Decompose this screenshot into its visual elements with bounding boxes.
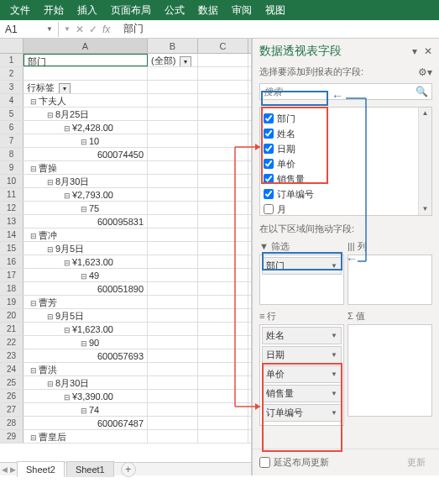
scroll-down-icon[interactable]: ▼ xyxy=(419,203,431,215)
cell[interactable] xyxy=(198,81,248,93)
zone-item[interactable]: 销售量▼ xyxy=(262,385,342,402)
cell[interactable] xyxy=(148,215,198,228)
zone-item-dropdown-icon[interactable]: ▼ xyxy=(331,332,337,339)
cell[interactable] xyxy=(148,121,198,134)
cell[interactable] xyxy=(198,309,248,322)
row-header[interactable]: 22 xyxy=(0,336,24,349)
field-item[interactable]: 月 xyxy=(264,202,428,217)
row-header[interactable]: 15 xyxy=(0,242,24,255)
cell[interactable]: ⊟卞夫人 xyxy=(24,94,148,107)
panel-dropdown-icon[interactable]: ▾ xyxy=(412,45,417,57)
name-box[interactable]: A1 ▼ xyxy=(0,22,59,37)
collapse-icon[interactable]: ⊟ xyxy=(64,393,71,402)
row-header[interactable]: 16 xyxy=(0,255,24,268)
row-header[interactable]: 26 xyxy=(0,390,24,402)
add-sheet-button[interactable]: + xyxy=(121,462,136,477)
formula-bar[interactable]: ▼ ✕ ✓ fx 部门 xyxy=(59,22,149,36)
row-header[interactable]: 13 xyxy=(0,215,24,228)
cell[interactable] xyxy=(148,108,198,120)
cell[interactable] xyxy=(198,148,248,160)
row-header[interactable]: 4 xyxy=(0,94,24,107)
tab-view[interactable]: 视图 xyxy=(259,0,292,21)
collapse-icon[interactable]: ⊟ xyxy=(47,111,54,119)
cell[interactable] xyxy=(148,349,198,362)
cell[interactable]: ⊟¥2,793.00 xyxy=(24,188,148,201)
collapse-icon[interactable]: ⊟ xyxy=(81,272,87,281)
tab-insert[interactable]: 插入 xyxy=(71,0,104,21)
cell[interactable] xyxy=(148,148,198,160)
cell[interactable] xyxy=(148,417,198,429)
cell[interactable]: ⊟曹芳 xyxy=(24,296,148,308)
cell[interactable] xyxy=(148,81,198,93)
cell[interactable]: ⊟8月30日 xyxy=(24,175,148,187)
cell[interactable]: 600095831 xyxy=(24,215,148,228)
cell[interactable] xyxy=(148,309,198,322)
collapse-icon[interactable]: ⊟ xyxy=(47,245,54,254)
zone-item-dropdown-icon[interactable]: ▼ xyxy=(331,390,337,397)
cell[interactable] xyxy=(198,108,248,120)
row-header[interactable]: 27 xyxy=(0,403,24,416)
defer-layout-checkbox[interactable]: 延迟布局更新 xyxy=(259,456,329,469)
collapse-icon[interactable]: ⊟ xyxy=(64,192,71,200)
cell[interactable] xyxy=(148,403,198,416)
row-header[interactable]: 29 xyxy=(0,430,24,443)
row-header[interactable]: 3 xyxy=(0,81,24,93)
horizontal-scrollbar[interactable]: ◀ ▶ Sheet2 Sheet1 + xyxy=(0,462,251,475)
field-search-input[interactable] xyxy=(264,87,415,97)
cell[interactable] xyxy=(198,242,248,255)
cell[interactable] xyxy=(198,161,248,174)
cell[interactable] xyxy=(198,403,248,416)
tab-review[interactable]: 审阅 xyxy=(225,0,259,21)
cell[interactable] xyxy=(148,255,198,268)
zone-item[interactable]: 单价▼ xyxy=(262,365,342,383)
cell[interactable] xyxy=(198,188,248,201)
cell[interactable] xyxy=(198,67,248,80)
select-all-corner[interactable] xyxy=(0,39,24,53)
collapse-icon[interactable]: ⊟ xyxy=(81,407,87,415)
cell[interactable]: ⊟8月30日 xyxy=(24,376,148,389)
values-zone[interactable] xyxy=(348,324,432,417)
col-header-a[interactable]: A xyxy=(24,39,148,53)
cell[interactable]: 600051890 xyxy=(24,282,148,295)
collapse-icon[interactable]: ⊟ xyxy=(30,97,37,106)
cell[interactable] xyxy=(198,121,248,134)
field-item[interactable]: 单价 xyxy=(264,156,428,171)
cell[interactable]: ⊟75 xyxy=(24,202,148,214)
row-header[interactable]: 2 xyxy=(0,67,24,80)
tab-layout[interactable]: 页面布局 xyxy=(104,0,158,21)
cell[interactable] xyxy=(148,161,198,174)
row-header[interactable]: 23 xyxy=(0,349,24,362)
cell[interactable] xyxy=(148,363,198,375)
cell[interactable]: ⊟曹洪 xyxy=(24,363,148,375)
zone-item[interactable]: 订单编号▼ xyxy=(262,404,342,422)
row-header[interactable]: 21 xyxy=(0,323,24,335)
field-item[interactable]: 部门 xyxy=(264,111,428,126)
field-item[interactable]: 订单编号 xyxy=(264,186,428,202)
cell[interactable] xyxy=(24,67,148,80)
cell[interactable] xyxy=(198,417,248,429)
cell[interactable] xyxy=(148,282,198,295)
gear-icon[interactable]: ⚙▾ xyxy=(418,66,432,78)
row-header[interactable]: 17 xyxy=(0,269,24,281)
tab-home[interactable]: 开始 xyxy=(37,0,71,21)
cell[interactable] xyxy=(198,215,248,228)
cell[interactable]: ⊟90 xyxy=(24,336,148,349)
sheet-tab-active[interactable]: Sheet2 xyxy=(17,461,65,477)
col-header-c[interactable]: C xyxy=(198,39,248,53)
tab-nav-arrows[interactable]: ◀ ▶ xyxy=(2,465,16,474)
cell[interactable] xyxy=(198,175,248,187)
filter-dropdown-icon[interactable]: ▾ xyxy=(180,56,191,66)
cell[interactable] xyxy=(198,94,248,107)
cell[interactable] xyxy=(148,67,198,80)
formula-dropdown-icon[interactable]: ▼ xyxy=(64,25,71,33)
cell[interactable] xyxy=(198,134,248,147)
collapse-icon[interactable]: ⊟ xyxy=(30,299,37,307)
filter-zone[interactable]: 部门▼ xyxy=(259,255,344,305)
zone-item-dropdown-icon[interactable]: ▼ xyxy=(331,351,337,359)
row-header[interactable]: 25 xyxy=(0,376,24,389)
row-header[interactable]: 8 xyxy=(0,148,24,160)
columns-zone[interactable] xyxy=(348,255,432,305)
defer-checkbox-input[interactable] xyxy=(259,457,270,468)
cell[interactable]: ⊟74 xyxy=(24,403,148,416)
cell[interactable]: (全部) ▾ xyxy=(148,54,198,66)
